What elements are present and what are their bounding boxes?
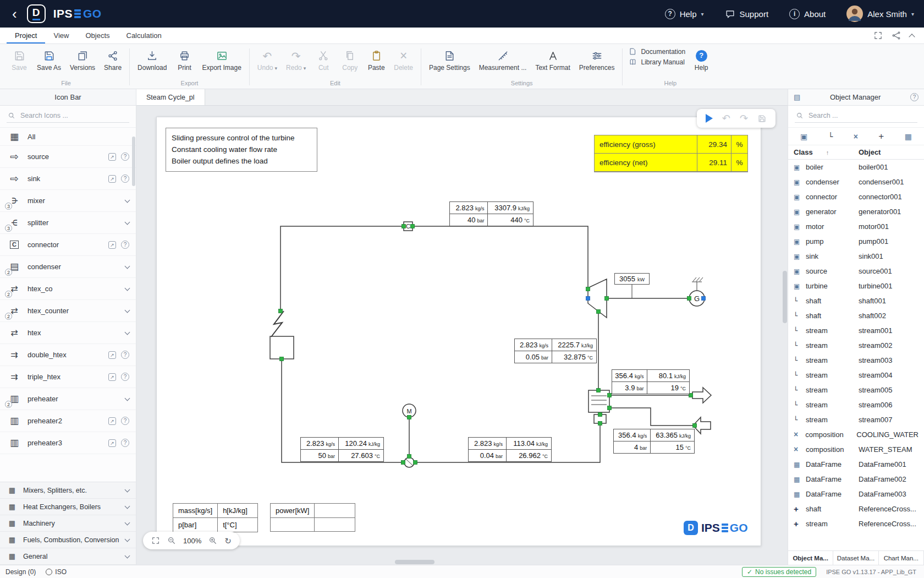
library-manual-button[interactable]: Library Manual [629,58,685,66]
print-button[interactable]: Print [172,46,197,73]
workflow-icon[interactable] [892,31,901,40]
object-row[interactable]: shaft ReferenceCross... [788,501,924,516]
chevron-down-icon[interactable] [125,329,130,335]
manager-tab[interactable]: Chart Man... [879,551,924,565]
redo-button[interactable]: ↷ Redo▾ [282,46,310,73]
object-row[interactable]: shaft shaft001 [788,293,924,308]
item-help-icon[interactable]: ? [121,417,129,425]
icon-bar-item[interactable]: 2 condenser ↗ ? [0,256,136,278]
icon-bar-item[interactable]: 3 mixer ↗ ? [0,190,136,212]
help-button[interactable]: ? Help [689,46,714,73]
help-menu[interactable]: ? Help▾ [665,9,704,19]
object-row[interactable]: turbine turbine001 [788,279,924,293]
open-external-icon[interactable]: ↗ [108,175,116,183]
cut-button[interactable]: Cut [311,46,336,73]
object-row[interactable]: stream ReferenceCross... [788,516,924,531]
collapse-ribbon-icon[interactable] [909,34,915,40]
page-settings-button[interactable]: Page Settings [425,46,474,73]
object-row[interactable]: pump pump001 [788,234,924,249]
object-row[interactable]: DataFrame DataFrame002 [788,472,924,487]
station-cooling-out[interactable]: 356.4kg/s 80.1kJ/kg 3.9bar 19°C [612,369,690,394]
canvas-body[interactable]: ↶ ↷ [136,106,788,565]
user-menu[interactable]: Alex Smith▾ [846,6,914,22]
object-row[interactable]: DataFrame DataFrame003 [788,487,924,501]
annotation-text-box[interactable]: Sliding pressure control of the turbineC… [166,128,317,172]
zoom-in-icon[interactable] [208,536,217,545]
item-help-icon[interactable]: ? [121,439,129,447]
legend-power-table[interactable]: power[kW] [270,503,355,532]
open-external-icon[interactable]: ↗ [108,439,116,447]
object-row[interactable]: generator generator001 [788,204,924,219]
item-help-icon[interactable]: ? [121,175,129,183]
chevron-down-icon[interactable] [125,307,130,313]
station-cooling-in[interactable]: 356.4kg/s 63.365kJ/kg 4bar 15°C [613,429,695,454]
manager-tab[interactable]: Object Ma... [788,551,833,565]
object-row[interactable]: composition WATER_STEAM [788,442,924,457]
icon-bar-group-header[interactable]: ▦ Mixers, Splitters, etc. [0,482,136,499]
delete-button[interactable]: × Delete [390,46,417,73]
horizontal-scrollbar[interactable] [136,560,781,564]
measurement-button[interactable]: Measurement ... [475,46,531,73]
canvas-undo-icon[interactable]: ↶ [722,113,730,123]
drawing-page[interactable]: C G [156,117,761,546]
fit-page-icon[interactable] [151,536,160,545]
table-view-icon[interactable]: ▦ [905,133,912,140]
open-external-icon[interactable]: ↗ [108,241,116,249]
column-object[interactable]: Object [859,148,881,156]
share-button[interactable]: Share [100,46,125,73]
object-row[interactable]: stream stream003 [788,353,924,368]
preferences-button[interactable]: Preferences [575,46,619,73]
export-image-button[interactable]: Export Image [198,46,245,73]
efficiency-table[interactable]: efficiency (gross) 29.34 % efficiency (n… [594,135,748,172]
open-external-icon[interactable]: ↗ [108,417,116,425]
icon-bar-group-header[interactable]: ▦ Fuels, Combustion, Conversion [0,532,136,548]
icon-bar-item[interactable]: triple_htex ↗ ? [0,366,136,388]
support-menu[interactable]: Support [725,9,769,19]
manager-tab[interactable]: Dataset Ma... [833,551,878,565]
icon-bar-group-header[interactable]: ▦ General [0,548,136,565]
icon-bar-item[interactable]: sink ↗ ? [0,168,136,190]
panel-help-icon[interactable]: ? [910,93,919,101]
chevron-down-icon[interactable] [125,219,130,225]
pump-symbol[interactable] [404,457,414,467]
about-menu[interactable]: i About [789,9,826,19]
item-help-icon[interactable]: ? [121,152,129,161]
design-mode-label[interactable]: Design (0) [6,568,36,576]
panel-icon[interactable]: ▤ [794,93,800,101]
icon-bar-item[interactable]: 2 htex_counter ↗ ? [0,300,136,322]
vertical-scrollbar[interactable] [783,106,787,558]
icon-bar-scrollbar[interactable] [132,137,135,186]
paste-button[interactable]: Paste [364,46,389,73]
back-button[interactable]: ‹ [10,7,19,21]
menu-tab[interactable]: Project [7,28,45,43]
station-condensate[interactable]: 2.823kg/s 113.04kJ/kg 0.04bar 26.962°C [468,437,552,462]
column-class[interactable]: Class [794,148,813,156]
condenser-symbol[interactable] [588,390,609,423]
item-help-icon[interactable]: ? [121,241,129,249]
menu-tab[interactable]: Objects [77,28,118,43]
menu-tab[interactable]: Calculation [118,28,170,43]
icon-bar-item[interactable]: preheater2 ↗ ? [0,410,136,432]
icon-bar-item[interactable]: preheater3 ↗ ? [0,432,136,454]
icon-bar-item[interactable]: All ↗ ? [0,128,136,146]
object-row[interactable]: condenser condenser001 [788,175,924,189]
document-tab[interactable]: Steam Cycle_pl [136,89,205,105]
icon-bar-group-header[interactable]: ▦ Heat Exchangers, Boilers [0,499,136,515]
cooling-in-pipe[interactable] [609,408,693,426]
item-help-icon[interactable]: ? [121,351,129,359]
zoom-out-icon[interactable] [167,536,176,545]
canvas-save-icon[interactable] [757,114,767,123]
object-row[interactable]: motor motor001 [788,219,924,234]
chevron-down-icon[interactable] [125,197,130,203]
object-row[interactable]: connector connector001 [788,189,924,204]
issues-badge[interactable]: ✓ No issues detected [742,567,816,577]
boiler-symbol[interactable] [270,311,294,359]
object-row[interactable]: shaft shaft002 [788,308,924,323]
shaft-power-label[interactable]: 3055kW [614,273,650,285]
station-exhaust[interactable]: 2.823kg/s 2225.7kJ/kg 0.05bar 32.875°C [514,339,597,363]
zoom-level[interactable]: 100% [183,537,201,545]
chevron-down-icon[interactable] [125,285,130,291]
sort-asc-icon[interactable]: ↑ [826,149,829,156]
add-object-icon[interactable]: + [878,132,884,141]
object-row[interactable]: stream stream007 [788,412,924,427]
